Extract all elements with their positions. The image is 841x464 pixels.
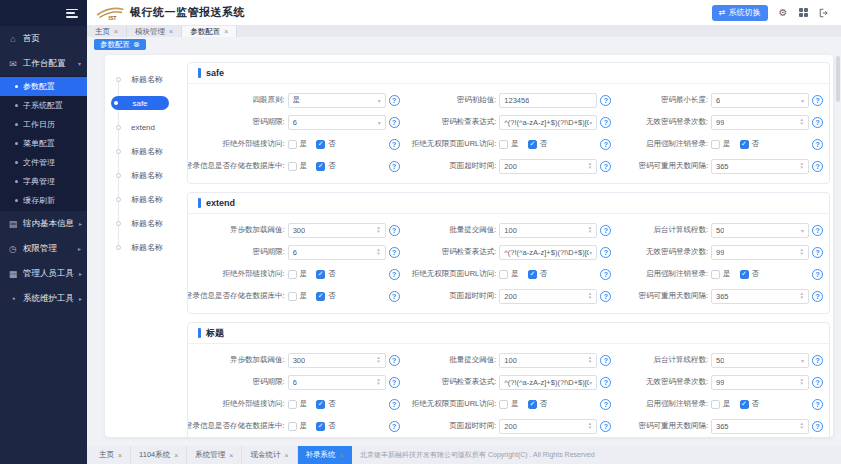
number-input[interactable]: 300▲▼ bbox=[288, 353, 386, 368]
step-down-icon[interactable]: ▼ bbox=[588, 166, 592, 170]
step-down-icon[interactable]: ▼ bbox=[588, 230, 592, 234]
checkbox-icon[interactable] bbox=[288, 400, 297, 409]
checkbox-option[interactable]: 是 bbox=[499, 399, 519, 409]
help-icon[interactable]: ? bbox=[600, 117, 611, 128]
sidebar-subitem-1[interactable]: 子系统配置 bbox=[0, 96, 87, 115]
number-input[interactable]: 6▲▼ bbox=[288, 375, 386, 390]
help-icon[interactable]: ? bbox=[600, 291, 611, 302]
step-down-icon[interactable]: ▼ bbox=[800, 426, 804, 430]
checkbox-option[interactable]: ✓否 bbox=[740, 399, 760, 409]
anchor-item-0[interactable]: 标题名称 bbox=[105, 67, 187, 91]
sidebar-subitem-6[interactable]: 缓存刷新 bbox=[0, 191, 87, 210]
tab-1[interactable]: 模块管理× bbox=[127, 26, 182, 37]
help-icon[interactable]: ? bbox=[389, 225, 400, 236]
checkbox-option[interactable]: ✓否 bbox=[528, 399, 548, 409]
stepper-icon[interactable]: ▲▼ bbox=[800, 422, 804, 430]
stepper-icon[interactable]: ▲▼ bbox=[800, 118, 804, 126]
checkbox-icon[interactable] bbox=[288, 140, 297, 149]
bottom-tab-1[interactable]: 1104系统× bbox=[131, 446, 187, 464]
checkbox-icon[interactable] bbox=[288, 162, 297, 171]
checkbox-checked-icon[interactable]: ✓ bbox=[316, 400, 325, 409]
stepper-icon[interactable]: ▲▼ bbox=[376, 356, 380, 364]
checkbox-option[interactable]: 是 bbox=[288, 269, 308, 279]
step-down-icon[interactable]: ▼ bbox=[800, 296, 804, 300]
checkbox-checked-icon[interactable]: ✓ bbox=[528, 140, 537, 149]
step-down-icon[interactable]: ▼ bbox=[376, 382, 380, 386]
sidebar-subitem-3[interactable]: 菜单配置 bbox=[0, 134, 87, 153]
sidebar-subitem-4[interactable]: 文件管理 bbox=[0, 153, 87, 172]
help-icon[interactable]: ? bbox=[389, 399, 400, 410]
select-input[interactable]: 50▾ bbox=[711, 223, 809, 238]
checkbox-checked-icon[interactable]: ✓ bbox=[316, 292, 325, 301]
sidebar-item-maintenance-tools[interactable]: ◔系统维护工具▸ bbox=[0, 286, 87, 311]
step-down-icon[interactable]: ▼ bbox=[588, 296, 592, 300]
checkbox-icon[interactable] bbox=[499, 270, 508, 279]
chip-close-icon[interactable]: ⊗ bbox=[133, 41, 140, 49]
help-icon[interactable]: ? bbox=[389, 95, 400, 106]
tab-2[interactable]: 参数配置× bbox=[182, 26, 237, 37]
help-icon[interactable]: ? bbox=[600, 139, 611, 150]
select-input[interactable]: 50▾ bbox=[711, 353, 809, 368]
stepper-icon[interactable]: ▲▼ bbox=[376, 378, 380, 386]
number-input[interactable]: 99▲▼ bbox=[711, 245, 809, 260]
checkbox-checked-icon[interactable]: ✓ bbox=[740, 270, 749, 279]
stepper-icon[interactable]: ▲▼ bbox=[588, 292, 592, 300]
step-down-icon[interactable]: ▼ bbox=[800, 122, 804, 126]
checkbox-option[interactable]: ✓否 bbox=[740, 139, 760, 149]
help-icon[interactable]: ? bbox=[600, 247, 611, 258]
checkbox-option[interactable]: ✓否 bbox=[316, 269, 336, 279]
tab-close-icon[interactable]: × bbox=[114, 28, 118, 35]
checkbox-icon[interactable] bbox=[499, 140, 508, 149]
stepper-icon[interactable]: ▲▼ bbox=[588, 356, 592, 364]
help-icon[interactable]: ? bbox=[389, 355, 400, 366]
checkbox-icon[interactable] bbox=[499, 400, 508, 409]
help-icon[interactable]: ? bbox=[600, 399, 611, 410]
checkbox-option[interactable]: 是 bbox=[288, 291, 308, 301]
sidebar-subitem-2[interactable]: 工作日历 bbox=[0, 115, 87, 134]
checkbox-option[interactable]: ✓否 bbox=[316, 421, 336, 431]
help-icon[interactable]: ? bbox=[812, 355, 823, 366]
tab-close-icon[interactable]: × bbox=[174, 452, 178, 459]
checkbox-checked-icon[interactable]: ✓ bbox=[528, 400, 537, 409]
help-icon[interactable]: ? bbox=[600, 161, 611, 172]
checkbox-icon[interactable] bbox=[288, 422, 297, 431]
help-icon[interactable]: ? bbox=[389, 247, 400, 258]
apps-grid-icon[interactable] bbox=[799, 8, 809, 18]
checkbox-checked-icon[interactable]: ✓ bbox=[740, 140, 749, 149]
checkbox-option[interactable]: 是 bbox=[288, 421, 308, 431]
text-input[interactable]: 123456 bbox=[499, 93, 597, 108]
menu-collapse-icon[interactable] bbox=[66, 9, 78, 18]
number-input[interactable]: 99▲▼ bbox=[711, 115, 809, 130]
checkbox-option[interactable]: ✓否 bbox=[316, 399, 336, 409]
checkbox-option[interactable]: ✓否 bbox=[316, 291, 336, 301]
help-icon[interactable]: ? bbox=[812, 247, 823, 258]
select-input[interactable]: 是▾ bbox=[288, 93, 386, 108]
help-icon[interactable]: ? bbox=[812, 421, 823, 432]
help-icon[interactable]: ? bbox=[600, 225, 611, 236]
number-input[interactable]: 365▲▼ bbox=[711, 419, 809, 434]
checkbox-checked-icon[interactable]: ✓ bbox=[316, 140, 325, 149]
sidebar-item-workbench-config[interactable]: ✉工作台配置▾ bbox=[0, 51, 87, 76]
help-icon[interactable]: ? bbox=[389, 421, 400, 432]
stepper-icon[interactable]: ▲▼ bbox=[376, 226, 380, 234]
checkbox-option[interactable]: 是 bbox=[711, 269, 731, 279]
help-icon[interactable]: ? bbox=[600, 421, 611, 432]
checkbox-option[interactable]: 是 bbox=[711, 399, 731, 409]
step-down-icon[interactable]: ▼ bbox=[376, 360, 380, 364]
tab-close-icon[interactable]: × bbox=[340, 452, 344, 459]
help-icon[interactable]: ? bbox=[389, 139, 400, 150]
help-icon[interactable]: ? bbox=[600, 95, 611, 106]
number-input[interactable]: 200▲▼ bbox=[499, 159, 597, 174]
step-down-icon[interactable]: ▼ bbox=[800, 252, 804, 256]
number-input[interactable]: 200▲▼ bbox=[499, 289, 597, 304]
select-input[interactable]: ^(?!(^a-zA-z]+$)(?!\D+$)[0-9A-Z..▾ bbox=[499, 375, 597, 390]
stepper-icon[interactable]: ▲▼ bbox=[800, 162, 804, 170]
checkbox-icon[interactable] bbox=[711, 270, 720, 279]
scrollbar-thumb[interactable] bbox=[836, 56, 840, 102]
tab-close-icon[interactable]: × bbox=[169, 28, 173, 35]
checkbox-option[interactable]: 是 bbox=[499, 269, 519, 279]
number-input[interactable]: 100▲▼ bbox=[499, 353, 597, 368]
select-input[interactable]: 6▾ bbox=[711, 93, 809, 108]
stepper-icon[interactable]: ▲▼ bbox=[588, 226, 592, 234]
checkbox-option[interactable]: 是 bbox=[288, 161, 308, 171]
